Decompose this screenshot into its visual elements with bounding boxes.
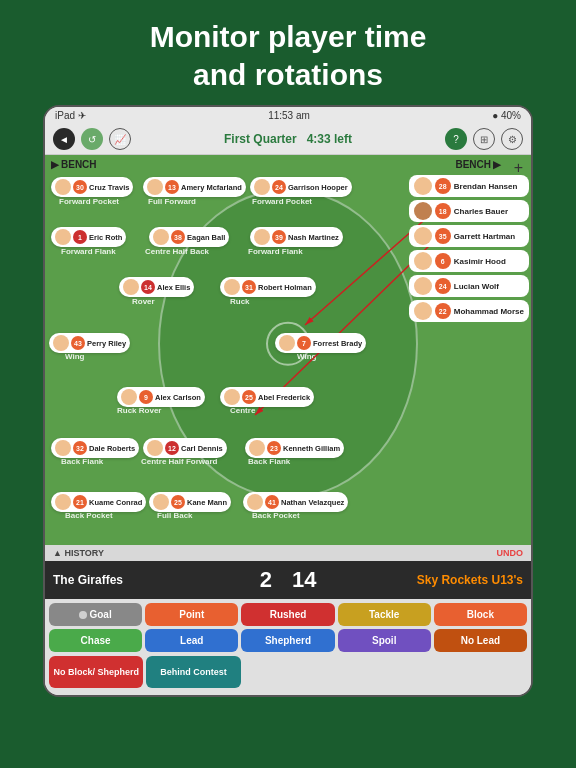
pos-back-flank-2: Back Flank (248, 457, 290, 466)
block-button[interactable]: Block (434, 603, 527, 626)
spoil-button[interactable]: Spoil (338, 629, 431, 652)
pos-ruck-rover: Ruck Rover (117, 406, 161, 415)
pos-forward-pocket-1: Forward Pocket (59, 197, 119, 206)
pos-centre-half-back: Centre Half Back (145, 247, 209, 256)
player-39[interactable]: 39 Nash Martinez (250, 227, 343, 247)
bench-label-right: BENCH▶ (455, 159, 501, 170)
no-lead-button[interactable]: No Lead (434, 629, 527, 652)
player-14[interactable]: 14 Alex Ellis (119, 277, 194, 297)
bench-player-35[interactable]: 35 Garrett Hartman (409, 225, 529, 247)
period-label: First Quarter (224, 132, 297, 146)
action-buttons-row3: No Block/ Shepherd Behind Contest (45, 656, 531, 695)
goal-button[interactable]: Goal (49, 603, 142, 626)
player-25a[interactable]: 25 Abel Frederick (220, 387, 314, 407)
point-button[interactable]: Point (145, 603, 238, 626)
pos-full-back: Full Back (157, 511, 193, 520)
toolbar-left: ◄ ↺ 📈 (53, 128, 131, 150)
bench-label-left: ▶BENCH (51, 159, 97, 170)
pos-forward-flank-2: Forward Flank (248, 247, 303, 256)
bench-player-24[interactable]: 24 Lucian Wolf (409, 275, 529, 297)
lead-button[interactable]: Lead (145, 629, 238, 652)
pos-rover: Rover (132, 297, 155, 306)
rushed-button[interactable]: Rushed (241, 603, 334, 626)
score2: 14 (282, 567, 326, 593)
team1-name: The Giraffes (53, 573, 250, 587)
action-buttons-row1: Goal Point Rushed Tackle Block Chase Lea… (45, 599, 531, 656)
player-30[interactable]: 30 Cruz Travis (51, 177, 133, 197)
time-left-label: 4:33 left (307, 132, 352, 146)
hero-title: Monitor player time and rotations (30, 18, 546, 93)
ipad-frame: iPad ✈ 11:53 am ● 40% ◄ ↺ 📈 First Quarte… (43, 105, 533, 697)
player-21[interactable]: 21 Kuame Conrad (51, 492, 146, 512)
bench-player-6[interactable]: 6 Kasimir Hood (409, 250, 529, 272)
player-7[interactable]: 7 Forrest Brady (275, 333, 366, 353)
player-38[interactable]: 38 Eagan Ball (149, 227, 229, 247)
player-13[interactable]: 13 Amery Mcfarland (143, 177, 246, 197)
no-block-shepherd-button[interactable]: No Block/ Shepherd (49, 656, 143, 688)
bench-player-22[interactable]: 22 Mohammad Morse (409, 300, 529, 322)
player-43[interactable]: 43 Perry Riley (49, 333, 130, 353)
history-label: ▲ HISTORY (53, 548, 104, 558)
undo-button[interactable]: UNDO (497, 548, 524, 558)
bench-player-18[interactable]: 18 Charles Bauer (409, 200, 529, 222)
pos-forward-pocket-2: Forward Pocket (252, 197, 312, 206)
score1: 2 (250, 567, 282, 593)
player-12[interactable]: 12 Carl Dennis (143, 438, 227, 458)
pos-forward-flank-1: Forward Flank (61, 247, 116, 256)
status-left: iPad ✈ (55, 110, 86, 121)
shepherd-button[interactable]: Shepherd (241, 629, 334, 652)
battery-indicator: ● 40% (492, 110, 521, 121)
status-right: ● 40% (492, 110, 521, 121)
help-button[interactable]: ? (445, 128, 467, 150)
status-bar: iPad ✈ 11:53 am ● 40% (45, 107, 531, 124)
back-button[interactable]: ◄ (53, 128, 75, 150)
score-bar: The Giraffes 2 14 Sky Rockets U13's (45, 561, 531, 599)
bench-player-28[interactable]: 28 Brendan Hansen (409, 175, 529, 197)
pos-back-pocket-2: Back Pocket (252, 511, 300, 520)
pos-back-pocket-1: Back Pocket (65, 511, 113, 520)
player-9[interactable]: 9 Alex Carlson (117, 387, 205, 407)
grid-button[interactable]: ⊞ (473, 128, 495, 150)
player-1[interactable]: 1 Eric Roth (51, 227, 126, 247)
hero-section: Monitor player time and rotations (0, 0, 576, 105)
pos-centre-half-forward: Centre Half Forward (141, 457, 217, 466)
player-24[interactable]: 24 Garrison Hooper (250, 177, 352, 197)
tackle-button[interactable]: Tackle (338, 603, 431, 626)
pos-wing-2: Wing (297, 352, 316, 361)
team2-name: Sky Rockets U13's (326, 573, 523, 587)
player-23[interactable]: 23 Kenneth Gilliam (245, 438, 344, 458)
status-time: 11:53 am (268, 110, 310, 121)
history-bar: ▲ HISTORY UNDO (45, 545, 531, 561)
game-area: ▶BENCH BENCH▶ + 30 Cruz Travis 13 Am (45, 155, 531, 545)
player-31[interactable]: 31 Robert Holman (220, 277, 316, 297)
player-41[interactable]: 41 Nathan Velazquez (243, 492, 348, 512)
right-bench: 28 Brendan Hansen 18 Charles Bauer 35 Ga… (409, 175, 529, 322)
behind-contest-button[interactable]: Behind Contest (146, 656, 240, 688)
toolbar-center: First Quarter 4:33 left (224, 132, 352, 146)
player-25b[interactable]: 25 Kane Mann (149, 492, 231, 512)
gear-button[interactable]: ⚙ (501, 128, 523, 150)
pos-wing-1: Wing (65, 352, 84, 361)
pos-ruck: Ruck (230, 297, 250, 306)
refresh-button[interactable]: ↺ (81, 128, 103, 150)
pos-full-forward: Full Forward (148, 197, 196, 206)
chart-button[interactable]: 📈 (109, 128, 131, 150)
app-toolbar: ◄ ↺ 📈 First Quarter 4:33 left ? ⊞ ⚙ (45, 124, 531, 155)
pos-centre: Centre (230, 406, 255, 415)
pos-back-flank-1: Back Flank (61, 457, 103, 466)
goal-dot (79, 611, 87, 619)
chase-button[interactable]: Chase (49, 629, 142, 652)
toolbar-right: ? ⊞ ⚙ (445, 128, 523, 150)
player-32[interactable]: 32 Dale Roberts (51, 438, 139, 458)
